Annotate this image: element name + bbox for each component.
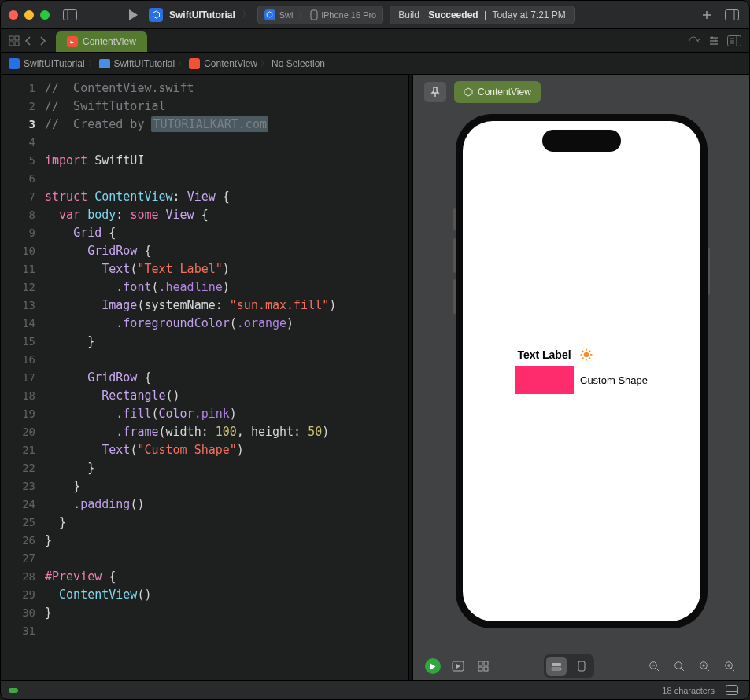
breadcrumb: SwiftUITutorial 〉 SwiftUITutorial 〉 Cont… bbox=[1, 53, 749, 75]
svg-rect-35 bbox=[578, 661, 585, 671]
chevron-right-icon: 〉 bbox=[178, 58, 186, 69]
chevron-right-icon: 〉 bbox=[88, 58, 96, 69]
preview-header: ContentView bbox=[413, 75, 749, 109]
svg-line-40 bbox=[681, 668, 684, 671]
zoom-out-icon[interactable] bbox=[644, 657, 664, 676]
device-frame: Text Label Custom Shape bbox=[456, 114, 708, 628]
tab-bar-right bbox=[680, 29, 749, 52]
svg-line-24 bbox=[582, 351, 584, 352]
text-label: Text Label bbox=[515, 348, 574, 361]
zoom-window[interactable] bbox=[40, 10, 50, 20]
preview-toolbar bbox=[413, 652, 749, 680]
app-content: Text Label Custom Shape bbox=[463, 121, 700, 621]
titlebar: SwiftUITutorial 〉 Swi 〉 iPhone 16 Pro Bu… bbox=[1, 1, 749, 29]
device-icon bbox=[310, 9, 318, 20]
variants-icon[interactable] bbox=[473, 657, 493, 676]
crumb-group[interactable]: SwiftUITutorial bbox=[99, 58, 175, 69]
cube-icon bbox=[464, 87, 473, 97]
toggle-inspector-icon[interactable] bbox=[722, 6, 741, 24]
tab-nav-controls bbox=[1, 29, 56, 52]
swift-icon bbox=[189, 58, 200, 69]
zoom-in-icon[interactable] bbox=[719, 657, 740, 676]
separator: 〉 bbox=[242, 8, 251, 21]
window-traffic-lights bbox=[9, 10, 50, 20]
separator: 〉 bbox=[297, 9, 306, 20]
svg-rect-29 bbox=[478, 661, 482, 665]
device-button bbox=[453, 279, 456, 314]
live-preview-button[interactable] bbox=[423, 657, 443, 676]
scheme-icon bbox=[264, 9, 275, 20]
scheme-selector[interactable]: Swi 〉 iPhone 16 Pro bbox=[257, 6, 383, 24]
toggle-debug-area-icon[interactable] bbox=[722, 681, 741, 700]
line-gutter: 1234567891011121314151617181920212223242… bbox=[1, 75, 45, 680]
crumb-label: No Selection bbox=[272, 58, 325, 69]
preview-chip-label: ContentView bbox=[478, 87, 531, 98]
svg-rect-7 bbox=[9, 42, 13, 46]
close-window[interactable] bbox=[9, 10, 18, 20]
code-editor[interactable]: 1234567891011121314151617181920212223242… bbox=[1, 75, 408, 680]
custom-shape-label: Custom Shape bbox=[580, 374, 648, 386]
minimize-window[interactable] bbox=[24, 10, 34, 20]
status-result: Succeeded bbox=[428, 9, 478, 20]
status-time: Today at 7:21 PM bbox=[492, 9, 565, 20]
svg-rect-0 bbox=[64, 9, 77, 20]
grid-view: Text Label Custom Shape bbox=[515, 348, 648, 394]
add-tab-icon[interactable] bbox=[697, 6, 716, 24]
device-button bbox=[708, 248, 710, 295]
crumb-selection[interactable]: No Selection bbox=[272, 58, 325, 69]
svg-point-39 bbox=[675, 662, 682, 669]
svg-rect-48 bbox=[726, 686, 738, 695]
adjust-editor-icon[interactable] bbox=[688, 35, 700, 46]
zoom-fit-icon[interactable] bbox=[694, 657, 715, 676]
svg-line-45 bbox=[731, 668, 734, 671]
tab-contentview[interactable]: ContentView bbox=[56, 31, 147, 52]
code-area[interactable]: // ContentView.swift // SwiftTutorial //… bbox=[45, 75, 408, 680]
svg-rect-32 bbox=[484, 667, 488, 671]
activity-led[interactable] bbox=[9, 688, 18, 693]
crumb-label: ContentView bbox=[204, 58, 257, 69]
editor-options-icon[interactable] bbox=[727, 35, 741, 46]
device-button bbox=[453, 238, 456, 273]
toggle-navigator-icon[interactable] bbox=[61, 6, 79, 24]
svg-line-42 bbox=[706, 668, 709, 671]
device-button bbox=[453, 208, 456, 230]
back-icon[interactable] bbox=[21, 34, 35, 48]
pin-preview-button[interactable] bbox=[424, 82, 446, 102]
folder-icon bbox=[99, 59, 110, 68]
editor-layout-icon[interactable] bbox=[708, 35, 719, 46]
sun-icon bbox=[580, 348, 648, 361]
build-status[interactable]: Build Succeeded | Today at 7:21 PM bbox=[390, 6, 575, 24]
svg-line-27 bbox=[589, 351, 591, 352]
preview-canvas[interactable]: Text Label Custom Shape bbox=[413, 109, 749, 652]
run-button[interactable] bbox=[124, 6, 142, 24]
preview-pane: ContentView Text Label bbox=[413, 75, 749, 680]
crumb-project[interactable]: SwiftUITutorial bbox=[9, 58, 85, 69]
related-items-icon[interactable] bbox=[7, 34, 21, 48]
device-name: iPhone 16 Pro bbox=[322, 10, 377, 20]
project-name[interactable]: SwiftUITutorial bbox=[169, 9, 235, 20]
device-bezel-icon[interactable] bbox=[571, 657, 592, 676]
svg-line-37 bbox=[656, 668, 659, 671]
pink-rectangle bbox=[515, 366, 574, 394]
svg-rect-12 bbox=[711, 36, 713, 39]
selectable-icon[interactable] bbox=[448, 657, 468, 676]
device-screen: Text Label Custom Shape bbox=[463, 121, 700, 621]
svg-line-26 bbox=[582, 358, 584, 359]
status-prefix: Build bbox=[398, 9, 419, 20]
svg-rect-2 bbox=[311, 10, 317, 20]
svg-rect-31 bbox=[478, 667, 482, 671]
crumb-file[interactable]: ContentView bbox=[189, 58, 257, 69]
project-icon bbox=[9, 58, 20, 69]
crumb-label: SwiftUITutorial bbox=[114, 58, 175, 69]
svg-rect-5 bbox=[9, 36, 13, 40]
svg-rect-8 bbox=[15, 42, 19, 46]
tab-label: ContentView bbox=[83, 36, 136, 47]
svg-line-25 bbox=[589, 358, 591, 359]
zoom-actual-icon[interactable] bbox=[669, 657, 689, 676]
svg-rect-3 bbox=[726, 9, 739, 20]
svg-point-43 bbox=[702, 664, 704, 666]
preview-chip[interactable]: ContentView bbox=[454, 81, 541, 103]
forward-icon[interactable] bbox=[35, 34, 50, 48]
scheme-name: Swi bbox=[279, 10, 294, 20]
device-settings-icon[interactable] bbox=[546, 657, 567, 676]
